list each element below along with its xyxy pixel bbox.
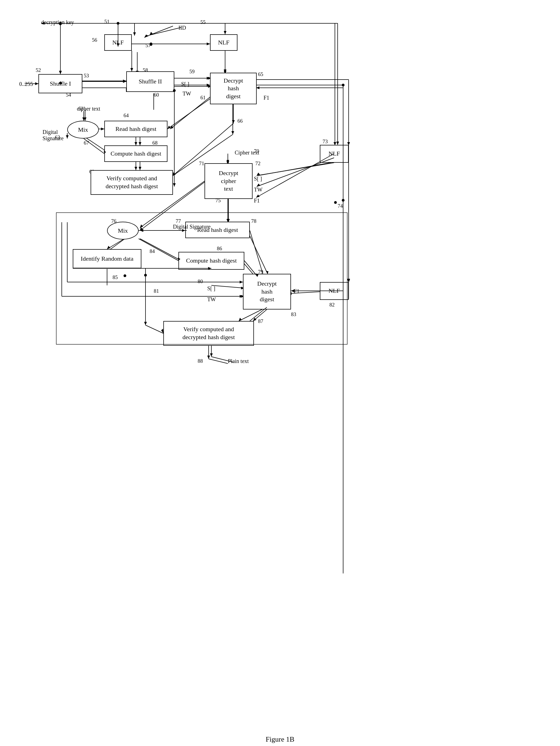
decrypt-cipher-box: Decryptciphertext xyxy=(204,163,253,199)
svg-marker-124 xyxy=(66,135,68,139)
svg-marker-189 xyxy=(161,329,163,333)
num-78: 78 xyxy=(251,218,256,224)
svg-marker-182 xyxy=(207,355,210,359)
diagram: 51 52 53 54 55 56 57 58 59 60 61 62 63 6… xyxy=(19,11,541,724)
num-88: 88 xyxy=(198,358,203,364)
nlf3-label: NLF xyxy=(329,150,340,158)
svg-marker-15 xyxy=(35,82,38,85)
arrows-svg xyxy=(19,11,541,724)
read-hash1-box: Read hash digest xyxy=(104,121,167,137)
num-53: 53 xyxy=(84,73,89,79)
num-84: 84 xyxy=(149,248,155,254)
svg-line-119 xyxy=(167,99,210,129)
svg-marker-1 xyxy=(59,71,62,74)
svg-marker-159 xyxy=(144,322,147,325)
f1-arr-1: F1 xyxy=(263,95,269,101)
dot-1 xyxy=(59,23,62,25)
num-60: 60 xyxy=(154,92,159,98)
num-74: 74 xyxy=(338,203,343,209)
svg-marker-144 xyxy=(226,160,229,163)
num-64: 64 xyxy=(123,113,129,118)
num-61: 61 xyxy=(200,95,205,101)
num-86: 86 xyxy=(217,246,222,252)
nlf2-label: NLF xyxy=(218,39,229,47)
svg-marker-142 xyxy=(256,195,260,198)
svg-marker-87 xyxy=(149,32,153,35)
mix2-label: Mix xyxy=(118,227,128,234)
svg-marker-122 xyxy=(82,117,85,121)
num-71: 71 xyxy=(199,161,204,167)
svg-marker-5 xyxy=(133,32,136,36)
num-85: 85 xyxy=(113,275,118,280)
decrypt-hash1-label: Decrypthashdigest xyxy=(224,77,243,101)
plain-text-label: Plain text xyxy=(228,358,249,364)
svg-line-55 xyxy=(110,239,125,250)
svg-line-153 xyxy=(107,239,123,249)
svg-line-183 xyxy=(208,359,228,364)
svg-marker-90 xyxy=(224,31,226,34)
svg-marker-132 xyxy=(135,167,137,170)
svg-marker-74 xyxy=(210,353,213,357)
svg-marker-98 xyxy=(224,69,226,73)
nlf3-box: NLF xyxy=(320,145,348,163)
svg-marker-118 xyxy=(231,131,234,135)
f1-arr-2: F1 xyxy=(254,198,260,204)
dot-3 xyxy=(149,43,152,46)
num-67: 67 xyxy=(84,140,89,146)
decryption-key-label: decryption key xyxy=(41,19,74,26)
tw-arr-top: TW xyxy=(183,90,191,97)
svg-marker-136 xyxy=(336,142,339,145)
num-59: 59 xyxy=(189,68,195,75)
compute-hash1-label: Compute hash digest xyxy=(111,150,161,158)
range-label: 0..255 xyxy=(19,81,33,87)
verify1-box: Verify computed anddecrypted hash digest xyxy=(91,170,173,195)
figure-label: Figure 1B xyxy=(266,735,295,743)
identify-random-label: Identify Random data xyxy=(81,255,133,263)
num-82: 82 xyxy=(329,302,335,308)
tw-arr-cipher: TW xyxy=(254,186,262,193)
shuffle2-label: Shuffle II xyxy=(139,78,162,86)
svg-marker-17 xyxy=(123,80,126,82)
verify2-box: Verify computed anddecrypted hash digest xyxy=(163,321,254,346)
s-arr-cipher: S[ ] xyxy=(254,176,262,182)
decrypt-hash2-box: Decrypthashdigest xyxy=(243,274,291,310)
verify2-label: Verify computed anddecrypted hash digest xyxy=(183,325,235,341)
num-80: 80 xyxy=(198,279,203,285)
svg-marker-96 xyxy=(131,68,133,71)
svg-marker-102 xyxy=(123,80,126,83)
svg-line-137 xyxy=(257,163,334,176)
connectors xyxy=(19,11,541,724)
num-66: 66 xyxy=(237,118,243,124)
shuffle2-box: Shuffle II xyxy=(126,71,174,92)
svg-line-160 xyxy=(139,239,178,261)
dot-5 xyxy=(123,275,126,277)
svg-marker-134 xyxy=(173,172,176,176)
svg-point-155 xyxy=(144,274,147,277)
num-51: 51 xyxy=(104,19,110,25)
svg-line-27 xyxy=(170,96,212,129)
read-hash1-label: Read hash digest xyxy=(115,125,156,133)
nlf1-label: NLF xyxy=(112,39,124,47)
svg-marker-146 xyxy=(140,224,143,228)
iid-label: IID xyxy=(178,25,186,31)
num-72: 72 xyxy=(255,161,260,167)
num-52: 52 xyxy=(36,67,41,73)
svg-marker-120 xyxy=(167,126,171,129)
svg-marker-106 xyxy=(207,77,210,80)
mix2-box: Mix xyxy=(107,222,139,239)
num-81: 81 xyxy=(154,288,159,294)
num-77: 77 xyxy=(176,218,181,224)
svg-marker-140 xyxy=(257,183,260,186)
svg-marker-130 xyxy=(135,142,137,145)
svg-point-184 xyxy=(342,199,344,202)
figure-caption: Figure 1B xyxy=(0,735,560,744)
tw-arr-hash2: TW xyxy=(207,296,216,303)
decrypt-hash1-box: Decrypthashdigest xyxy=(210,73,257,104)
dot-4 xyxy=(334,201,337,204)
svg-marker-36 xyxy=(139,142,141,145)
svg-marker-150 xyxy=(140,229,143,232)
svg-line-162 xyxy=(250,236,268,274)
nlf1-box: NLF xyxy=(104,34,132,51)
compute-hash1-box: Compute hash digest xyxy=(104,145,167,162)
svg-marker-72 xyxy=(239,318,242,321)
